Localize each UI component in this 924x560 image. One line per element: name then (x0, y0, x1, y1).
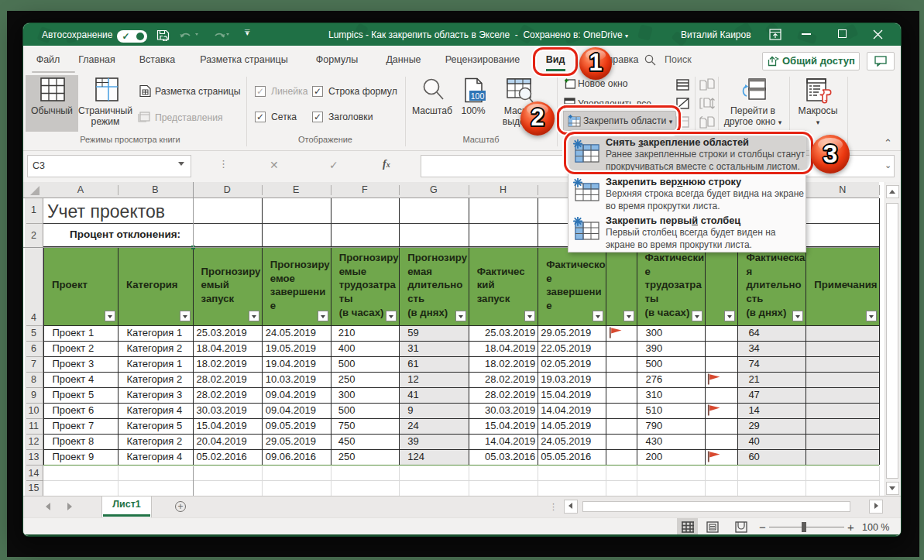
svg-text:100: 100 (471, 91, 485, 101)
